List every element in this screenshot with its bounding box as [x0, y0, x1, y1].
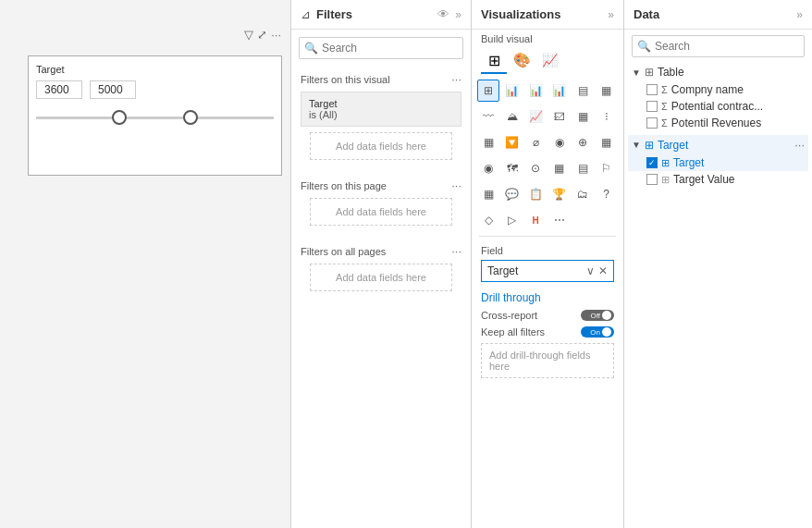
sigma-icon-revenues: Σ [661, 117, 668, 129]
item-compny-name: Compny name [671, 83, 805, 96]
tree-item-potential-contract[interactable]: Σ Potential contrac... [628, 98, 808, 115]
viz-icon-clustered-bar[interactable]: 📊 [548, 80, 571, 102]
visual-title: Target [36, 64, 274, 75]
check-target-value[interactable] [646, 174, 658, 185]
viz-icon-bar[interactable]: 📊 [501, 80, 523, 102]
field-clear-icon[interactable]: ✕ [598, 264, 608, 277]
check-potential-contract[interactable] [646, 101, 658, 112]
filter-icon[interactable]: ▽ [244, 28, 253, 42]
filters-search-input[interactable] [299, 37, 463, 59]
viz-icon-treemap[interactable]: ⊕ [572, 131, 594, 153]
viz-icon-filled-map[interactable]: ◉ [477, 157, 499, 179]
viz-icon-col[interactable]: ▦ [596, 80, 618, 102]
viz-expand-icon[interactable]: » [608, 8, 614, 21]
viz-icon-table-selected[interactable]: ⊞ [477, 80, 499, 102]
table-group-icon: ⊞ [645, 66, 654, 79]
check-potentil-revenues[interactable] [646, 117, 658, 129]
add-fields-all-pages[interactable]: Add data fields here [310, 264, 452, 291]
tree-group-target-header[interactable]: ▼ ⊞ Target ··· [628, 135, 808, 154]
tab-build[interactable]: ⊞ [481, 48, 507, 74]
tab-analytics[interactable]: 📈 [536, 48, 562, 74]
viz-icon-more[interactable]: ⋯ [548, 209, 571, 231]
filters-eye-icon[interactable]: 👁 [437, 7, 449, 21]
viz-icon-waterfall[interactable]: ▦ [572, 105, 594, 128]
filter-condition: is (All) [309, 109, 453, 120]
tab-format[interactable]: 🎨 [509, 48, 535, 74]
viz-icon-donut[interactable]: ◉ [548, 131, 571, 153]
viz-icon-smart-narr[interactable]: ◇ [477, 209, 499, 231]
viz-icon-azure-map[interactable]: 🗺 [501, 157, 523, 179]
data-search-input[interactable] [632, 35, 805, 57]
filters-panel: ⊿ Filters 👁 » 🔍 Filters on this visual ·… [291, 0, 472, 528]
filters-all-pages-more[interactable]: ··· [451, 244, 461, 258]
viz-icon-stacked-bar[interactable]: 📊 [524, 80, 547, 102]
viz-icon-kpi[interactable]: ▤ [572, 157, 594, 179]
viz-icon-page-nav[interactable]: 🗂 [572, 183, 594, 205]
tree-item-compny-name[interactable]: Σ Compny name [628, 81, 808, 98]
table-expand-icon: ▼ [632, 68, 641, 78]
more-icon[interactable]: ··· [271, 28, 281, 42]
tree-item-target[interactable]: ✓ ⊞ Target [628, 154, 808, 171]
gauge-values: 3600 5000 [36, 80, 274, 99]
table-group-name: Table [658, 66, 805, 79]
add-fields-page[interactable]: Add data fields here [310, 198, 452, 226]
tree-group-table: ▼ ⊞ Table Σ Compny name Σ Potential cont… [628, 63, 808, 131]
viz-icon-map[interactable]: ▦ [596, 131, 618, 153]
expand-icon[interactable]: ⤢ [257, 28, 267, 42]
keep-all-filters-toggle[interactable]: On [581, 326, 614, 338]
table-icon-target-value: ⊞ [661, 174, 670, 186]
check-compny-name[interactable] [646, 84, 658, 95]
filter-card-target[interactable]: Target is (All) [301, 92, 461, 127]
tree-group-table-header[interactable]: ▼ ⊞ Table [628, 63, 808, 81]
viz-icon-slicer[interactable]: ⚐ [596, 157, 618, 179]
viz-icon-qna[interactable]: ? [596, 183, 618, 205]
keep-all-filters-row: Keep all filters On [481, 326, 614, 338]
viz-icon-empty2 [596, 209, 618, 231]
data-expand-icon[interactable]: » [796, 8, 803, 21]
viz-icon-scatter[interactable]: ⁝ [596, 105, 618, 128]
viz-icon-paginated[interactable]: ▷ [501, 209, 523, 231]
viz-icons-row2: 〰 ⛰ 📈 🗠 ▦ ⁝ [472, 104, 623, 129]
viz-icon-button[interactable]: 🏆 [548, 183, 571, 205]
viz-icon-shape[interactable]: ▦ [477, 183, 499, 205]
canvas-toolbar: ▽ ⤢ ··· [244, 28, 281, 42]
viz-icon-pie[interactable]: ▦ [477, 131, 499, 153]
viz-tabs: ⊞ 🎨 📈 [472, 46, 623, 78]
tree-group-target: ▼ ⊞ Target ··· ✓ ⊞ Target ⊞ Target Value [628, 135, 808, 188]
gauge-needle-right [183, 110, 198, 125]
tree-item-potentil-revenues[interactable]: Σ Potentil Revenues [628, 115, 808, 131]
check-target[interactable]: ✓ [646, 157, 658, 168]
cross-report-toggle[interactable]: Off [581, 310, 614, 321]
filters-on-page-more[interactable]: ··· [451, 178, 461, 192]
viz-icon-funnel[interactable]: 🔽 [501, 131, 523, 153]
gauge-value-1: 3600 [36, 80, 82, 99]
data-search-icon: 🔍 [637, 40, 651, 53]
viz-icon-100-bar[interactable]: ▤ [572, 80, 594, 102]
filters-search-icon: 🔍 [304, 42, 318, 55]
field-dropdown[interactable]: Target ∨ ✕ [481, 260, 614, 282]
viz-icon-line2[interactable]: 📈 [524, 105, 547, 128]
viz-icon-matrix[interactable]: ▦ [548, 157, 571, 179]
cross-report-toggle-label: Off [590, 312, 600, 320]
add-drillthrough-fields[interactable]: Add drill-through fields here [481, 343, 614, 378]
viz-icon-text[interactable]: 💬 [501, 183, 523, 205]
viz-icon-line[interactable]: 〰 [477, 105, 499, 128]
viz-icon-html[interactable]: H [524, 209, 547, 231]
viz-icon-decomp-tree[interactable]: ⊙ [524, 157, 547, 179]
keep-all-filters-label: Keep all filters [481, 326, 545, 338]
add-fields-visual[interactable]: Add data fields here [310, 132, 452, 160]
filters-expand-icon[interactable]: » [455, 8, 461, 21]
viz-icon-ribbon[interactable]: 🗠 [548, 105, 571, 128]
item-potential-contract: Potential contrac... [671, 100, 805, 113]
data-panel: Data » 🔍 ▼ ⊞ Table Σ Compny name Σ Poten… [624, 0, 812, 528]
viz-icon-image[interactable]: 📋 [524, 183, 547, 205]
tree-item-target-value[interactable]: ⊞ Target Value [628, 171, 808, 188]
viz-icons-row5: ▦ 💬 📋 🏆 🗂 ? [472, 181, 623, 207]
viz-icon-area[interactable]: ⛰ [501, 105, 523, 128]
filters-on-visual-more[interactable]: ··· [451, 72, 461, 86]
viz-icon-gauge[interactable]: ⌀ [524, 131, 547, 153]
filter-funnel-icon: ⊿ [301, 7, 311, 21]
target-group-more[interactable]: ··· [794, 138, 805, 152]
target-expand-icon: ▼ [632, 140, 641, 150]
target-group-name: Target [658, 139, 791, 152]
